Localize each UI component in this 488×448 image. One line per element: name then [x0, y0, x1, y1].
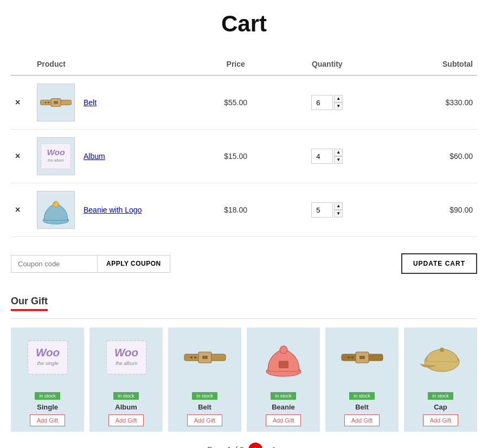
gift-image — [168, 328, 241, 387]
gift-item: in stock Cap Add Gift — [404, 328, 477, 432]
svg-rect-20 — [202, 356, 208, 359]
product-cell: Beanie with Logo — [37, 191, 191, 229]
remove-button[interactable]: × — [15, 205, 20, 215]
apply-coupon-button[interactable]: APPLY COUPON — [98, 255, 170, 273]
gift-image — [247, 328, 320, 387]
qty-down[interactable]: ▼ — [334, 103, 343, 110]
qty-spinners: ▲ ▼ — [334, 95, 343, 110]
qty-down[interactable]: ▼ — [334, 156, 343, 164]
in-stock-badge: in stock — [89, 391, 163, 403]
pagination-label: Page 1of 2 — [207, 445, 244, 448]
col-subtotal: Subtotal — [378, 53, 477, 75]
svg-text:the single: the single — [37, 361, 58, 366]
add-gift-button[interactable]: Add Gift — [423, 414, 459, 426]
add-gift-button[interactable]: Add Gift — [266, 414, 301, 426]
in-stock-badge: in stock — [11, 391, 84, 403]
svg-text:Woo: Woo — [47, 148, 65, 157]
svg-point-31 — [348, 356, 350, 359]
gift-item-name: Cap — [404, 403, 477, 411]
page-title: Cart — [11, 11, 477, 37]
coupon-area: APPLY COUPON — [11, 255, 170, 273]
svg-point-4 — [45, 102, 47, 104]
remove-button[interactable]: × — [15, 98, 20, 107]
svg-point-32 — [351, 356, 354, 359]
col-quantity: Quantity — [276, 53, 378, 75]
gift-item-name: Album — [89, 403, 163, 411]
qty-up[interactable]: ▲ — [334, 202, 343, 210]
table-row: × Beanie with Logo $18.00 ▲ ▼ — [11, 183, 477, 237]
table-row: × Woo the album Album $15.00 ▲ ▼ — [11, 130, 477, 183]
gift-item: in stock Beanie Add Gift — [247, 328, 320, 432]
col-remove — [11, 53, 33, 75]
qty-down[interactable]: ▼ — [334, 210, 343, 217]
col-price: Price — [195, 53, 276, 75]
gift-image — [325, 328, 399, 387]
remove-button[interactable]: × — [15, 151, 20, 161]
product-name: Album — [84, 152, 105, 161]
gift-image: Woo the album — [89, 328, 163, 387]
svg-rect-29 — [359, 356, 365, 359]
gift-item: in stock Belt Add Gift — [325, 328, 399, 432]
quantity-input[interactable] — [311, 202, 333, 217]
gift-item: in stock Belt Add Gift — [168, 328, 241, 432]
svg-rect-2 — [54, 101, 58, 104]
price-cell: $18.00 — [195, 183, 276, 237]
quantity-input[interactable] — [311, 95, 333, 110]
add-gift-button[interactable]: Add Gift — [344, 414, 380, 426]
svg-point-23 — [194, 356, 196, 359]
in-stock-badge: in stock — [325, 391, 399, 403]
pagination: Page 1of 2 1 2 — [11, 443, 477, 448]
svg-text:Woo: Woo — [35, 346, 59, 359]
gift-image — [404, 328, 477, 387]
product-link[interactable]: Album — [84, 152, 105, 161]
svg-rect-25 — [278, 361, 288, 368]
gift-item: Woo the single in stock Single Add Gift — [11, 328, 84, 432]
subtotal-cell: $90.00 — [378, 183, 477, 237]
svg-text:Woo: Woo — [114, 346, 138, 359]
in-stock-badge: in stock — [168, 391, 241, 403]
in-stock-badge: in stock — [247, 391, 320, 403]
coupon-input[interactable] — [11, 255, 98, 273]
product-thumb: Woo the album — [37, 137, 75, 175]
gift-grid: Woo the single in stock Single Add Gift … — [11, 328, 477, 432]
cart-actions: APPLY COUPON UPDATE CART — [11, 248, 477, 279]
qty-up[interactable]: ▲ — [334, 95, 343, 103]
svg-text:the album: the album — [48, 158, 64, 162]
gift-item-name: Belt — [325, 403, 399, 411]
page-2[interactable]: 2 — [267, 443, 281, 448]
gift-item: Woo the album in stock Album Add Gift — [89, 328, 163, 432]
quantity-cell: ▲ ▼ — [276, 130, 378, 183]
product-name: Belt — [84, 98, 97, 107]
gift-item-name: Belt — [168, 403, 241, 411]
update-cart-button[interactable]: UPDATE CART — [401, 253, 477, 274]
product-cell: Belt — [37, 84, 191, 121]
quantity-cell: ▲ ▼ — [276, 183, 378, 237]
gift-item-name: Single — [11, 403, 84, 411]
product-link[interactable]: Beanie with Logo — [84, 206, 142, 214]
svg-point-26 — [280, 346, 287, 354]
svg-text:the album: the album — [115, 361, 137, 366]
svg-point-10 — [53, 201, 59, 207]
product-link[interactable]: Belt — [84, 98, 97, 107]
product-thumb — [37, 84, 75, 121]
quantity-input[interactable] — [311, 149, 333, 164]
col-product: Product — [33, 53, 195, 75]
our-gift-section: Our Gift Woo the single in stock Single … — [11, 296, 477, 432]
add-gift-button[interactable]: Add Gift — [30, 414, 66, 426]
page-1[interactable]: 1 — [248, 443, 262, 448]
add-gift-button[interactable]: Add Gift — [108, 414, 144, 426]
price-cell: $55.00 — [195, 75, 276, 130]
add-gift-button[interactable]: Add Gift — [187, 414, 223, 426]
gift-item-name: Beanie — [247, 403, 320, 411]
price-cell: $15.00 — [195, 130, 276, 183]
our-gift-title: Our Gift — [11, 296, 48, 307]
qty-up[interactable]: ▲ — [334, 149, 343, 156]
in-stock-badge: in stock — [404, 391, 477, 403]
svg-point-5 — [48, 102, 49, 104]
quantity-cell: ▲ ▼ — [276, 75, 378, 130]
svg-point-22 — [190, 356, 192, 359]
product-name: Beanie with Logo — [84, 206, 142, 214]
subtotal-cell: $60.00 — [378, 130, 477, 183]
cart-table: Product Price Quantity Subtotal × Belt — [11, 53, 477, 237]
product-thumb — [37, 191, 75, 229]
